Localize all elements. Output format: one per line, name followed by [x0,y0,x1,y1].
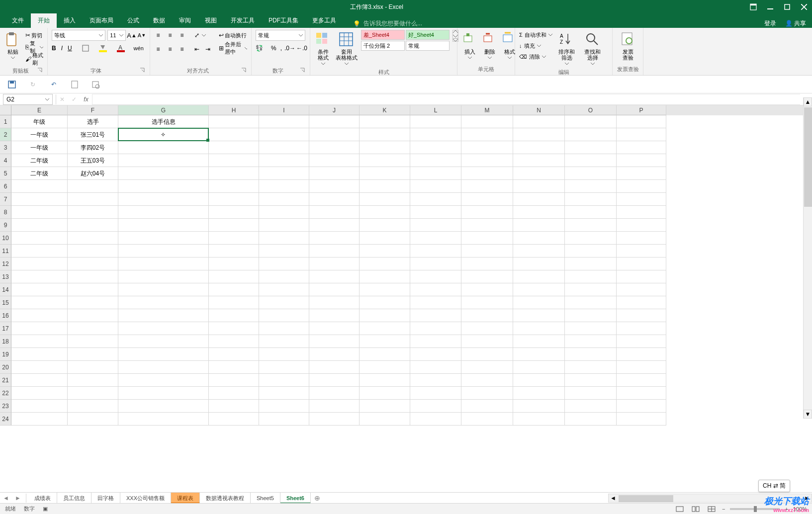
cell[interactable] [565,219,617,232]
sheet-tab-active[interactable]: Sheet6 [280,493,311,504]
cell[interactable] [68,270,118,283]
cell[interactable] [410,206,461,219]
conditional-format-button[interactable]: 条件格式 [314,30,332,68]
cell[interactable] [410,361,461,374]
cell[interactable] [68,413,118,426]
cell[interactable] [410,400,461,413]
cell[interactable] [513,206,565,219]
cell[interactable] [209,361,259,374]
decrease-decimal-icon[interactable]: ←.0 [298,44,306,52]
cell[interactable] [461,193,513,206]
cell[interactable] [259,400,309,413]
tab-data[interactable]: 数据 [146,13,172,28]
cell[interactable] [118,167,209,180]
cell[interactable] [617,115,666,128]
vscroll-thumb[interactable] [804,107,812,207]
cell[interactable] [513,296,565,309]
cell[interactable] [11,387,68,400]
cell[interactable] [565,322,617,335]
cell[interactable] [309,115,360,128]
cell[interactable] [410,180,461,193]
cell[interactable] [118,141,209,154]
cell[interactable] [68,335,118,348]
cell[interactable] [118,283,209,296]
cell[interactable]: 选手 [68,115,118,128]
cell[interactable] [11,193,68,206]
new-file-icon[interactable] [70,80,80,89]
cell[interactable]: 王五03号 [68,154,118,167]
cell[interactable] [11,296,68,309]
cell[interactable] [513,387,565,400]
cell[interactable] [309,128,360,141]
cell[interactable] [410,413,461,426]
share-button[interactable]: 👤 共享 [785,19,806,28]
cell[interactable] [209,128,259,141]
undo-icon[interactable]: ↶ [49,80,59,89]
cell[interactable] [309,387,360,400]
cell[interactable] [410,296,461,309]
cell[interactable] [617,296,666,309]
cell[interactable] [209,296,259,309]
cell[interactable] [565,232,617,245]
cell[interactable] [360,232,410,245]
cell[interactable] [617,154,666,167]
cell[interactable] [461,348,513,361]
name-box[interactable]: G2 [3,94,53,105]
cell[interactable] [410,128,461,141]
cell[interactable] [617,257,666,270]
cell[interactable] [360,270,410,283]
cell[interactable] [209,193,259,206]
row-header[interactable]: 19 [0,348,11,361]
cell[interactable] [11,219,68,232]
cell[interactable]: 二年级 [11,154,68,167]
format-table-button[interactable]: 套用 表格格式 [335,30,358,68]
cell[interactable] [617,374,666,387]
cell[interactable] [209,400,259,413]
cell[interactable] [68,193,118,206]
cell[interactable] [11,257,68,270]
cell[interactable] [309,245,360,257]
cell[interactable] [565,374,617,387]
macro-record-icon[interactable]: ▣ [43,506,48,512]
wrap-text-button[interactable]: ↩自动换行 [219,30,247,41]
cell[interactable] [209,283,259,296]
cell[interactable] [118,413,209,426]
cell[interactable] [118,296,209,309]
scroll-up-icon[interactable]: ▲ [804,97,812,106]
cell[interactable] [309,283,360,296]
align-right-icon[interactable]: ≡ [178,45,186,53]
cell[interactable] [617,400,666,413]
cell[interactable] [410,348,461,361]
row-header[interactable]: 12 [0,257,11,270]
cell[interactable] [410,257,461,270]
cell[interactable]: 一年级 [11,128,68,141]
hscroll-thumb[interactable] [619,495,673,502]
cell[interactable] [118,180,209,193]
cell[interactable] [513,374,565,387]
cell[interactable] [118,270,209,283]
cell[interactable] [309,206,360,219]
cell[interactable] [309,335,360,348]
cell[interactable] [461,322,513,335]
cell[interactable] [617,232,666,245]
cell[interactable] [259,348,309,361]
tab-more[interactable]: 更多工具 [305,13,343,28]
cell[interactable] [513,322,565,335]
cell[interactable] [68,245,118,257]
cell[interactable] [118,400,209,413]
cell[interactable] [360,154,410,167]
font-name-combo[interactable]: 等线 [52,30,105,41]
sheet-tab[interactable]: XXX公司销售额 [120,493,171,504]
cell[interactable] [360,387,410,400]
cell[interactable] [68,283,118,296]
sheet-tab[interactable]: Sheet5 [251,493,280,504]
cell[interactable] [513,309,565,322]
cell[interactable] [410,167,461,180]
cell[interactable] [309,374,360,387]
cell[interactable] [565,180,617,193]
cell[interactable] [461,232,513,245]
cell[interactable] [617,141,666,154]
column-header[interactable]: M [461,105,513,115]
cell[interactable] [565,361,617,374]
cell[interactable] [259,206,309,219]
